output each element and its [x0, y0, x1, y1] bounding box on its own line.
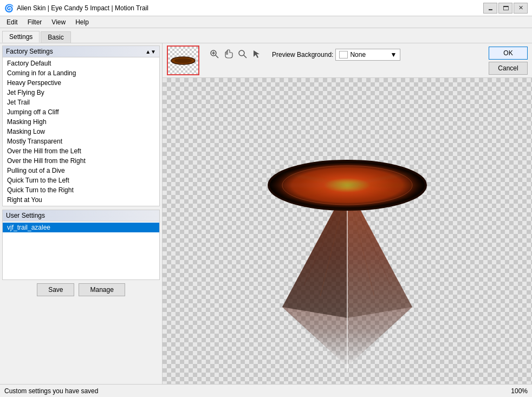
- dialog-buttons: OK Cancel: [489, 45, 528, 75]
- user-list-item[interactable]: vjf_trail_azalee: [3, 223, 159, 232]
- factory-settings-header: Factory Settings ▲▼: [3, 46, 159, 57]
- minimize-button[interactable]: 🗕: [483, 3, 497, 14]
- factory-list-item[interactable]: Over the Hill from the Right: [3, 156, 159, 166]
- maximize-button[interactable]: 🗖: [498, 3, 512, 14]
- zoom-level: 100%: [511, 387, 528, 395]
- factory-list-item[interactable]: Jumping off a Cliff: [3, 107, 159, 117]
- cancel-button[interactable]: Cancel: [489, 62, 528, 75]
- title-text: Alien Skin | Eye Candy 5 Impact | Motion…: [17, 4, 148, 12]
- ok-button[interactable]: OK: [489, 47, 528, 60]
- factory-list-item[interactable]: Coming in for a Landing: [3, 68, 159, 78]
- arrow-icon[interactable]: [250, 48, 263, 61]
- factory-scroll-arrow: ▲▼: [145, 49, 156, 55]
- menu-bar: Edit Filter View Help: [0, 16, 532, 28]
- tab-settings[interactable]: Settings: [2, 31, 40, 43]
- main-content: Factory Settings ▲▼ Factory DefaultComin…: [0, 43, 532, 384]
- svg-point-6: [239, 50, 244, 56]
- tab-bar: Settings Basic: [0, 28, 532, 43]
- top-right-area: Preview Background: None ▼ OK Cancel: [163, 43, 532, 78]
- factory-list-item[interactable]: Masking High: [3, 117, 159, 127]
- close-button[interactable]: ✕: [514, 3, 528, 14]
- right-panel: Preview Background: None ▼ OK Cancel: [163, 43, 532, 384]
- factory-list-item[interactable]: Quick Turn to the Right: [3, 185, 159, 195]
- factory-list-item[interactable]: Jet Flying By: [3, 88, 159, 97]
- hand-icon[interactable]: [222, 48, 235, 61]
- tab-basic[interactable]: Basic: [41, 31, 70, 43]
- factory-list-item[interactable]: Over the Hill from the Left: [3, 146, 159, 156]
- preview-background-value: None: [350, 51, 366, 58]
- thumbnail-preview: [167, 45, 199, 75]
- magnifier-icon[interactable]: [236, 48, 249, 61]
- factory-list-item[interactable]: Pulling out of a Dive: [3, 166, 159, 175]
- save-button[interactable]: Save: [37, 283, 74, 296]
- manage-button[interactable]: Manage: [79, 283, 125, 296]
- menu-filter[interactable]: Filter: [23, 17, 47, 27]
- factory-list-item[interactable]: Mostly Transparent: [3, 136, 159, 146]
- zoom-in-icon[interactable]: [208, 48, 221, 61]
- title-left: 🌀 Alien Skin | Eye Candy 5 Impact | Moti…: [4, 4, 148, 12]
- user-list-container[interactable]: vjf_trail_azalee: [3, 222, 159, 279]
- svg-marker-8: [254, 50, 259, 58]
- svg-line-3: [216, 55, 218, 58]
- factory-list-item[interactable]: Heavy Perspective: [3, 78, 159, 88]
- factory-list-item[interactable]: Jet Trail: [3, 97, 159, 107]
- svg-line-7: [244, 55, 246, 58]
- toolbar: [208, 48, 263, 61]
- factory-list-item[interactable]: Quick Turn to the Left: [3, 175, 159, 185]
- factory-list-item[interactable]: Masking Low: [3, 127, 159, 136]
- menu-edit[interactable]: Edit: [2, 17, 22, 27]
- preview-background-label: Preview Background:: [272, 51, 333, 58]
- title-bar: 🌀 Alien Skin | Eye Candy 5 Impact | Moti…: [0, 0, 532, 16]
- preview-background-select[interactable]: None ▼: [335, 49, 400, 61]
- motion-trail-preview: [212, 90, 483, 372]
- factory-settings-section: Factory Settings ▲▼ Factory DefaultComin…: [2, 45, 160, 206]
- user-settings-header: User Settings: [3, 210, 159, 222]
- menu-help[interactable]: Help: [71, 17, 93, 27]
- bottom-buttons: Save Manage: [2, 283, 160, 296]
- status-bar: Custom settings you have saved 100%: [0, 384, 532, 397]
- window-controls: 🗕 🗖 ✕: [483, 3, 528, 14]
- factory-settings-title: Factory Settings: [6, 48, 53, 55]
- dropdown-arrow-icon: ▼: [391, 51, 397, 58]
- menu-view[interactable]: View: [47, 17, 70, 27]
- factory-list-container[interactable]: Factory DefaultComing in for a LandingHe…: [3, 57, 159, 206]
- svg-point-1: [174, 58, 192, 63]
- preview-background-row: Preview Background: None ▼: [272, 49, 400, 61]
- app-icon: 🌀: [4, 4, 14, 12]
- user-settings-section: User Settings vjf_trail_azalee: [2, 210, 160, 280]
- factory-list-item[interactable]: Factory Default: [3, 58, 159, 68]
- left-panel: Factory Settings ▲▼ Factory DefaultComin…: [0, 43, 163, 384]
- status-message: Custom settings you have saved: [4, 387, 98, 395]
- preview-area: [163, 78, 532, 384]
- factory-list-item[interactable]: Right at You: [3, 195, 159, 205]
